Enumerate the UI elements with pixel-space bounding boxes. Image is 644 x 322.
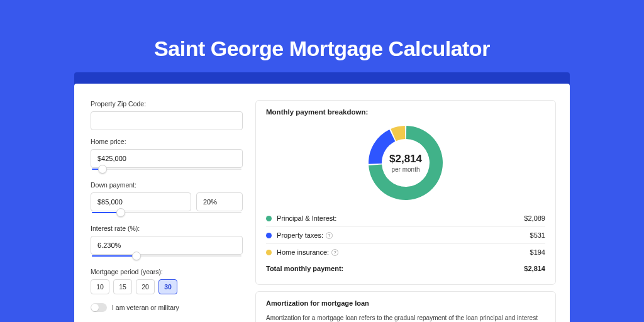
info-icon[interactable]: ? [326, 232, 333, 239]
period-options: 10152030 [91, 279, 243, 294]
calculator-panel: Property Zip Code: Home price: Down paym… [74, 84, 570, 322]
donut-amount: $2,814 [389, 153, 422, 165]
donut-sub: per month [391, 166, 419, 173]
form-column: Property Zip Code: Home price: Down paym… [91, 100, 243, 322]
donut-chart: $2,814 per month [366, 123, 445, 203]
interest-slider[interactable] [91, 254, 243, 260]
slider-fill [92, 255, 138, 257]
period-option-20[interactable]: 20 [136, 279, 155, 294]
legend-value: $531 [530, 231, 545, 239]
legend: Principal & Interest:$2,089Property taxe… [266, 210, 545, 260]
legend-dot [266, 233, 272, 238]
legend-label: Home insurance:? [277, 248, 530, 256]
legend-label: Principal & Interest: [277, 214, 524, 222]
info-icon[interactable]: ? [331, 249, 338, 256]
legend-label-text: Principal & Interest: [277, 214, 336, 222]
zip-label: Property Zip Code: [91, 100, 243, 108]
veteran-toggle[interactable] [91, 303, 107, 312]
legend-row: Home insurance:?$194 [266, 244, 545, 260]
interest-input[interactable] [91, 236, 243, 255]
slider-thumb[interactable] [98, 165, 107, 174]
amortization-text: Amortization for a mortgage loan refers … [266, 313, 545, 322]
legend-label-text: Home insurance: [277, 248, 329, 256]
down-payment-pct-input[interactable] [196, 192, 243, 211]
home-price-block: Home price: [91, 138, 243, 174]
period-option-15[interactable]: 15 [113, 279, 132, 294]
legend-label-text: Property taxes: [277, 231, 323, 239]
donut-center: $2,814 per month [366, 123, 445, 203]
results-column: Monthly payment breakdown: $2,814 per mo… [255, 100, 556, 322]
interest-label: Interest rate (%): [91, 225, 243, 232]
home-price-input[interactable] [91, 149, 243, 168]
home-price-label: Home price: [91, 138, 243, 145]
veteran-row: I am veteran or military [91, 303, 243, 312]
period-block: Mortgage period (years): 10152030 [91, 268, 243, 294]
amortization-card: Amortization for mortgage loan Amortizat… [255, 291, 556, 322]
slider-track [92, 169, 242, 170]
zip-input[interactable] [91, 111, 243, 130]
breakdown-title: Monthly payment breakdown: [266, 108, 545, 116]
legend-row: Property taxes:?$531 [266, 227, 545, 244]
down-payment-input[interactable] [91, 192, 191, 211]
breakdown-card: Monthly payment breakdown: $2,814 per mo… [255, 100, 556, 285]
home-price-slider[interactable] [91, 167, 243, 174]
legend-value: $194 [530, 248, 545, 256]
period-option-10[interactable]: 10 [91, 279, 109, 294]
zip-block: Property Zip Code: [91, 100, 243, 130]
panel-outer: Property Zip Code: Home price: Down paym… [74, 72, 570, 322]
legend-dot [266, 216, 272, 221]
legend-value: $2,089 [524, 214, 545, 222]
toggle-knob [91, 304, 99, 311]
legend-dot [266, 250, 272, 255]
legend-row: Principal & Interest:$2,089 [266, 210, 545, 227]
legend-total-row: Total monthly payment: $2,814 [266, 260, 545, 277]
interest-block: Interest rate (%): [91, 225, 243, 260]
down-payment-slider[interactable] [91, 211, 243, 217]
slider-thumb[interactable] [132, 252, 141, 260]
donut-area: $2,814 per month [266, 121, 545, 210]
slider-thumb[interactable] [116, 208, 125, 217]
veteran-label: I am veteran or military [112, 304, 179, 311]
period-label: Mortgage period (years): [91, 268, 243, 275]
amortization-title: Amortization for mortgage loan [266, 299, 545, 307]
legend-label: Property taxes:? [277, 231, 530, 239]
total-value: $2,814 [524, 265, 545, 272]
down-payment-block: Down payment: [91, 181, 243, 217]
total-label: Total monthly payment: [266, 265, 524, 272]
period-option-30[interactable]: 30 [158, 279, 177, 294]
page-title: Saint George Mortgage Calculator [0, 0, 644, 61]
down-payment-label: Down payment: [91, 181, 243, 189]
